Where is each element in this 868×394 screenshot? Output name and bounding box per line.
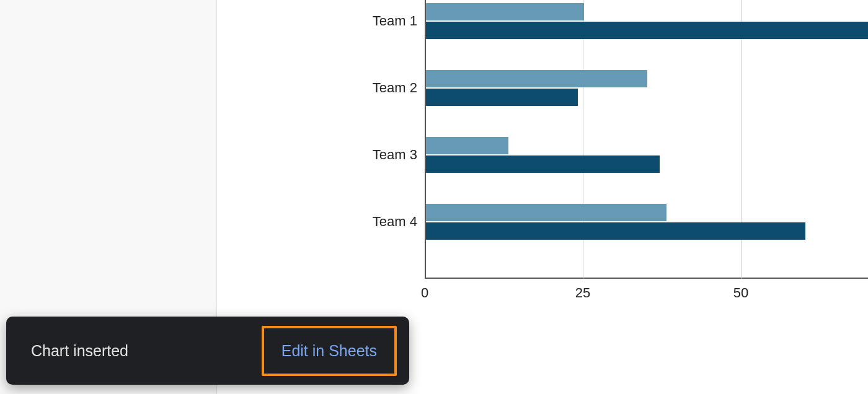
bar-team4-seriesB [426, 222, 805, 240]
x-axis-tick-0: 0 [421, 285, 428, 301]
y-axis-label-team1: Team 1 [373, 13, 417, 29]
y-axis-label-team2: Team 2 [373, 80, 417, 96]
edit-in-sheets-button[interactable]: Edit in Sheets [281, 342, 377, 360]
y-axis-label-team3: Team 3 [373, 147, 417, 163]
toast-message: Chart inserted [31, 342, 128, 360]
plot-region [425, 0, 868, 279]
bar-team3-seriesA [426, 137, 508, 154]
x-axis-tick-50: 50 [733, 285, 748, 301]
bar-team2-seriesA [426, 70, 647, 87]
x-axis-tick-25: 25 [575, 285, 590, 301]
toast-action-highlight: Edit in Sheets [262, 326, 397, 376]
bar-team1-seriesA [426, 3, 584, 20]
bar-team4-seriesA [426, 204, 666, 221]
x-axis-line [425, 278, 868, 279]
toast-snackbar: Chart inserted Edit in Sheets [6, 317, 409, 385]
bar-team3-seriesB [426, 155, 660, 173]
y-axis-label-team4: Team 4 [373, 214, 417, 230]
bar-team1-seriesB [426, 22, 868, 39]
bar-team2-seriesB [426, 89, 578, 106]
